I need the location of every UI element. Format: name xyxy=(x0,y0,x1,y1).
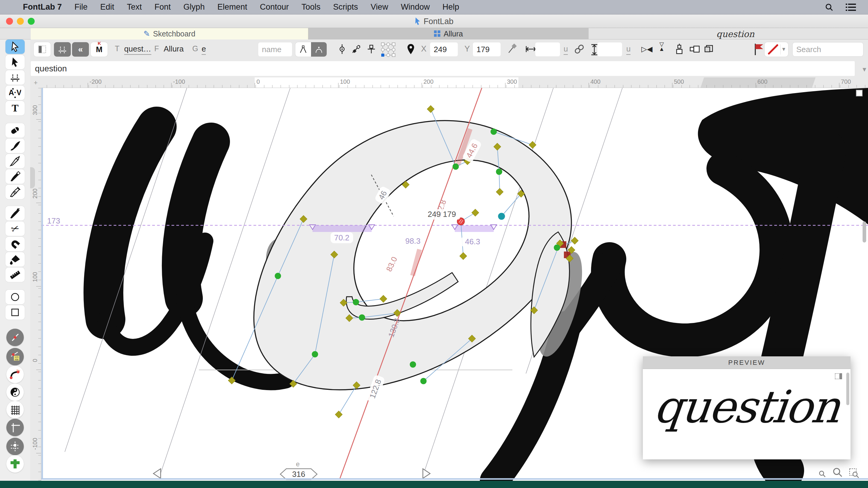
width-input[interactable] xyxy=(535,42,560,56)
height-input[interactable] xyxy=(597,42,622,56)
metrics-tool[interactable] xyxy=(5,70,25,85)
menu-help[interactable]: Help xyxy=(442,2,459,12)
eraser-tool[interactable] xyxy=(5,123,25,138)
ruler-v-label: 300 xyxy=(32,101,38,119)
preview-panel-title[interactable]: PREVIEW xyxy=(643,356,850,369)
font-grid-icon xyxy=(434,30,441,37)
x-input[interactable] xyxy=(430,42,458,56)
font-field-value[interactable]: Allura xyxy=(164,44,184,54)
name-input[interactable] xyxy=(258,42,292,56)
pin-icon[interactable] xyxy=(405,43,416,57)
pencil-tool[interactable] xyxy=(5,154,25,168)
kerning-mode-icon[interactable]: MK xyxy=(91,42,107,57)
smooth-curve-icon[interactable] xyxy=(311,42,327,57)
toggle-snap[interactable] xyxy=(6,438,24,455)
tab-allura[interactable]: Allura xyxy=(308,28,589,39)
document-tab-bar: ✎ Sketchboard Allura question xyxy=(0,28,868,39)
element-tool[interactable] xyxy=(5,55,25,69)
tab-label: Sketchboard xyxy=(153,30,195,38)
contour-pen-tool[interactable] xyxy=(5,185,25,199)
ruler-h-label: 600 xyxy=(757,78,767,85)
toggle-corners[interactable] xyxy=(6,366,24,383)
menu-window[interactable]: Window xyxy=(401,2,430,12)
glyph-name-bar: ▾ xyxy=(30,60,868,77)
copy-icon[interactable] xyxy=(703,43,715,57)
metrics-mode-icon[interactable] xyxy=(54,42,71,57)
contour-tool[interactable] xyxy=(5,39,25,54)
preview-panel[interactable]: PREVIEW question xyxy=(643,356,850,459)
menu-element[interactable]: Element xyxy=(217,2,247,12)
toggle-guides[interactable] xyxy=(6,419,24,436)
width-unit[interactable]: u xyxy=(564,44,568,55)
toggle-grid[interactable] xyxy=(6,401,24,418)
node-icon[interactable] xyxy=(336,43,348,57)
menu-tools[interactable]: Tools xyxy=(301,2,320,12)
glyph-field-value[interactable]: e xyxy=(202,44,206,55)
flip-h-icon[interactable]: ▷◀ xyxy=(641,45,652,53)
ruler-horizontal[interactable]: -200-1000100200300400500600700 xyxy=(30,77,868,88)
menu-file[interactable]: File xyxy=(74,2,88,12)
align-icon[interactable] xyxy=(674,43,685,57)
flag-icon[interactable] xyxy=(753,43,764,58)
toggle-pixel-view[interactable] xyxy=(6,455,24,473)
text-tool[interactable]: T xyxy=(5,101,25,116)
menu-font[interactable]: Font xyxy=(155,2,171,12)
chevron-down-icon[interactable]: ▾ xyxy=(863,65,866,73)
bounds-icon[interactable] xyxy=(689,43,701,57)
sharp-corner-icon[interactable] xyxy=(296,42,311,57)
canvas-scrollbar-thumb[interactable] xyxy=(863,221,866,242)
menu-contour[interactable]: Contour xyxy=(260,2,289,12)
zoom-in-icon[interactable] xyxy=(832,467,844,478)
magnet-tool[interactable] xyxy=(5,237,25,251)
menu-edit[interactable]: Edit xyxy=(100,2,115,12)
font-field-label: F xyxy=(154,44,159,53)
pen-tool[interactable] xyxy=(5,169,25,184)
transform-origin-grid[interactable] xyxy=(380,42,396,60)
list-icon[interactable] xyxy=(846,3,856,11)
zoom-marquee-icon[interactable] xyxy=(849,468,859,478)
x-field-label: X xyxy=(421,44,427,54)
menu-view[interactable]: View xyxy=(371,2,388,12)
slant-node-icon[interactable] xyxy=(350,43,362,57)
y-input[interactable] xyxy=(473,42,501,56)
text-field-value[interactable]: quest… xyxy=(124,44,151,55)
menu-bar: FontLab 7 FileEditTextFontGlyphElementCo… xyxy=(0,0,868,14)
toggle-nodes[interactable] xyxy=(6,329,24,346)
link-icon[interactable] xyxy=(573,43,585,57)
height-unit[interactable]: u xyxy=(626,44,630,55)
ellipse-tool[interactable] xyxy=(5,290,25,304)
rectangle-tool[interactable] xyxy=(5,305,25,320)
needle-icon[interactable] xyxy=(506,43,518,57)
measure-tool[interactable] xyxy=(5,267,25,282)
window-title-bar[interactable]: FontLab xyxy=(0,14,868,28)
rapid-tool[interactable] xyxy=(5,206,25,221)
stroke-style-icon[interactable]: ▼ xyxy=(765,42,788,57)
brush-tool[interactable] xyxy=(5,138,25,153)
note-icon[interactable] xyxy=(856,90,863,96)
preview-pane-icon[interactable] xyxy=(835,373,842,379)
toggle-fill-preview[interactable] xyxy=(6,384,24,401)
prev-pair-icon[interactable]: « xyxy=(72,42,89,57)
ruler-corner[interactable]: + xyxy=(30,77,41,88)
menu-text[interactable]: Text xyxy=(127,2,142,12)
ruler-v-label: -100 xyxy=(32,435,38,453)
kerning-tool[interactable]: A·V xyxy=(5,86,25,100)
add-node-icon[interactable] xyxy=(365,43,377,57)
zoom-out-icon[interactable] xyxy=(818,470,827,478)
knife-tool[interactable]: ✂ xyxy=(5,221,25,236)
fill-tool[interactable] xyxy=(5,252,25,267)
tab-sketchboard[interactable]: ✎ Sketchboard xyxy=(31,28,308,39)
menu-glyph[interactable]: Glyph xyxy=(184,2,205,12)
sketch-pen-icon: ✎ xyxy=(144,29,150,38)
menu-scripts[interactable]: Scripts xyxy=(333,2,358,12)
panel-left-icon[interactable] xyxy=(34,42,51,57)
app-menu[interactable]: FontLab 7 xyxy=(23,2,62,12)
tab-label: Allura xyxy=(444,30,463,38)
ruler-vertical[interactable]: 3002001000-100 xyxy=(30,88,41,481)
glyph-name-input[interactable] xyxy=(31,61,855,76)
search-icon[interactable] xyxy=(825,3,834,12)
toggle-coordinates[interactable]: 123456 xyxy=(6,348,24,365)
text-field-label: T xyxy=(115,44,119,53)
search-input[interactable] xyxy=(793,42,863,56)
flip-v-icon[interactable]: ▽▲ xyxy=(659,42,664,52)
